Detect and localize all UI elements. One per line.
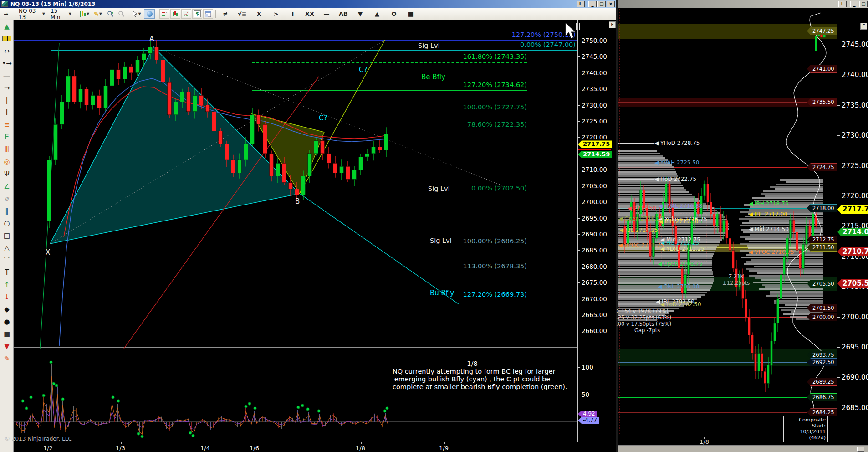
pattern-point-label: C? [319,114,327,122]
ruler-icon[interactable] [1,33,13,44]
chart-style-button[interactable]: ▼ [78,9,91,19]
data-series-button[interactable] [170,9,180,19]
drawing-toolstrip: ▲↔•→―→|I≡EⅢ◎Ψ∠///∥○□△⌒T↑↓◆●■▼✎ [0,20,14,452]
price-axis-label: 2730.00 [582,102,607,109]
shortcut-AB-button[interactable]: AB [337,9,350,19]
minimize-button[interactable]: _ [850,1,858,7]
trend-channel-icon[interactable]: /// [1,193,13,204]
chevron-up-icon[interactable]: ▲ [1,21,13,32]
parallel-line-icon[interactable]: ∥ [1,205,13,216]
alerts-button[interactable] [159,9,169,19]
shortcut-x-button[interactable]: ■ [404,9,418,19]
minimize-button[interactable]: _ [588,1,597,7]
shortcut-x-button[interactable]: ▼ [353,9,367,19]
diamond-icon[interactable]: ◆ [1,304,13,315]
brush-icon[interactable]: ✎ [1,353,13,364]
pitchfork-icon[interactable]: Ψ [1,169,13,180]
link-button[interactable]: L [577,1,585,7]
price-axis-label: 2685.00 [842,404,868,412]
shortcut-x-button[interactable]: ≠ [219,9,232,19]
axis-tick [577,202,580,202]
fib-circle-icon[interactable]: ◎ [1,156,13,167]
triangle-icon[interactable]: △ [1,242,13,253]
axis-tick [837,287,840,287]
title-bar[interactable] [618,0,868,8]
pattern-point-label: A [149,35,154,43]
price-axis-label: 2725.00 [842,162,868,170]
zoom-out-button[interactable] [116,9,126,19]
rectangle-icon[interactable]: □ [1,230,13,241]
shortcut-O-button[interactable]: O [387,9,401,19]
tpo-profile-icon[interactable]: Ⅲ [1,144,13,155]
indicators-button[interactable] [181,9,191,19]
axis-tick [837,135,840,136]
ray-icon[interactable]: •→ [1,58,13,69]
shortcut-xx-button[interactable]: √≡ [235,9,249,19]
axis-tick [837,45,840,45]
interval-dropdown[interactable]: 15 Min▼ [48,9,74,19]
maximize-button[interactable]: □ [859,1,868,7]
close-button[interactable]: × [607,1,615,7]
profile-plot[interactable] [618,8,837,437]
segment-icon[interactable]: ― [1,70,13,81]
price-axis-label: 2720.00 [582,134,607,141]
toolbar-grip[interactable] [13,10,14,17]
profile-label-text: HoD 2722.75 [660,176,696,182]
profile-label-text: Open 2708.75 [664,261,703,267]
account-button[interactable]: $ [192,9,202,19]
chart-annotation: 1/8 NQ currently attempting to form BC l… [393,360,552,391]
draw-tool-button[interactable]: ✎ ▼ [92,9,104,19]
text-icon[interactable]: T [1,267,13,278]
focus-button[interactable]: F [609,21,616,28]
price-axis-label: 2735.00 [842,101,868,109]
focus-button[interactable]: F [860,23,867,30]
copyright-label: © 2013 NinjaTrader, LLC [5,436,72,442]
order-list-icon [161,11,168,17]
link-button[interactable]: L [838,1,847,7]
properties-button[interactable] [203,9,213,19]
composite-line: Composite Start: [786,417,826,429]
horizontal-scrollbar[interactable] [618,445,868,452]
profile-level-label: ◀ LoD 2702.50 [660,301,701,308]
range-note-label: ±12.25pts [722,280,750,286]
pan-tool-button[interactable]: ↔ [1,9,11,19]
profile-level-label: ◀ ONL 2705.00 [658,283,700,290]
scroll-button[interactable] [857,447,864,452]
shortcut-x-button[interactable]: — [320,9,333,19]
pencil-icon: ✎ [94,10,99,18]
cursor-tool-button[interactable]: ▼ [130,9,143,19]
cursor-arrow-icon [132,10,138,17]
shortcut-x-button[interactable]: ▲ [370,9,384,19]
axis-tick [577,218,580,219]
arrow-down-icon[interactable]: ↓ [1,292,13,303]
arc-icon[interactable]: ⌒ [1,255,13,266]
instrument-label: NQ 03-13 [19,8,40,21]
shortcut-I-button[interactable]: I [286,9,300,19]
gann-fan-icon[interactable]: ∠ [1,181,13,192]
time-cycle-icon[interactable]: I [1,107,13,118]
dot-icon[interactable]: ● [1,316,13,327]
fib-retracement-icon[interactable]: ≡ [1,119,13,130]
ellipse-icon[interactable]: ○ [1,218,13,229]
shortcut-x-button[interactable]: > [269,9,283,19]
shortcut-XX-button[interactable]: XX [303,9,317,19]
arrow-up-icon[interactable]: ↑ [1,279,13,290]
vertical-line-icon[interactable]: | [1,95,13,106]
title-bar[interactable]: NQ 03-13 (15 Min) 1/8/2013 [0,0,616,8]
instrument-dropdown[interactable]: NQ 03-13▼ [16,9,47,19]
time-axis-label: 1/2 [43,445,53,452]
triangle-down-icon[interactable]: ▼ [1,341,13,352]
arrow-line-icon[interactable]: → [1,82,13,93]
price-axis-label: 2740.00 [582,69,607,77]
pattern-point-label: Bu Bfly [430,289,454,297]
fib-extension-icon[interactable]: E [1,132,13,143]
maximize-button[interactable]: □ [597,1,606,7]
square-icon[interactable]: ■ [1,329,13,339]
price-axis-label: 2695.00 [842,343,868,351]
chevron-down-icon: ▼ [87,12,89,16]
shortcut-X-button[interactable]: X [252,9,266,19]
profile-level-label: ◀ IBL 2717.00 [749,211,787,217]
zoom-in-button[interactable] [105,9,115,19]
extended-line-icon[interactable]: ↔ [1,46,13,56]
crosshair-globe-button[interactable] [144,9,155,19]
